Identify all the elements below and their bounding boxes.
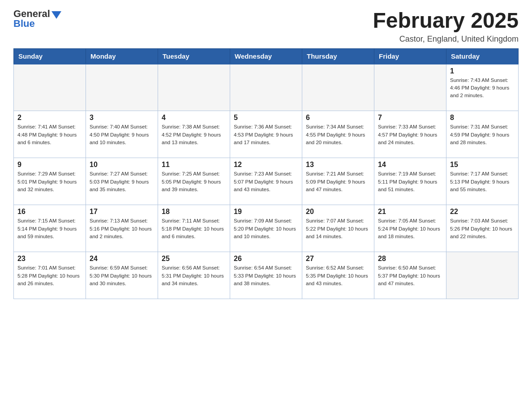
logo: General Blue (13, 9, 61, 29)
day-info: Sunrise: 7:36 AM Sunset: 4:53 PM Dayligh… (234, 123, 298, 146)
calendar-cell: 13Sunrise: 7:21 AM Sunset: 5:09 PM Dayli… (302, 158, 374, 205)
calendar-cell: 26Sunrise: 6:54 AM Sunset: 5:33 PM Dayli… (230, 252, 302, 299)
day-info: Sunrise: 7:09 AM Sunset: 5:20 PM Dayligh… (234, 217, 298, 240)
day-number: 19 (234, 208, 298, 216)
day-number: 27 (306, 255, 370, 263)
calendar-cell: 1Sunrise: 7:43 AM Sunset: 4:46 PM Daylig… (446, 64, 519, 111)
day-info: Sunrise: 6:56 AM Sunset: 5:31 PM Dayligh… (162, 264, 226, 287)
month-title: February 2025 (373, 9, 519, 33)
calendar-cell (14, 64, 86, 111)
day-info: Sunrise: 7:15 AM Sunset: 5:14 PM Dayligh… (17, 217, 82, 240)
day-number: 15 (450, 161, 515, 169)
day-info: Sunrise: 7:31 AM Sunset: 4:59 PM Dayligh… (450, 123, 515, 146)
day-number: 12 (234, 161, 298, 169)
day-info: Sunrise: 7:11 AM Sunset: 5:18 PM Dayligh… (162, 217, 226, 240)
day-number: 5 (234, 114, 298, 122)
calendar-cell: 24Sunrise: 6:59 AM Sunset: 5:30 PM Dayli… (86, 252, 158, 299)
day-number: 21 (378, 208, 442, 216)
calendar-cell: 16Sunrise: 7:15 AM Sunset: 5:14 PM Dayli… (14, 205, 86, 252)
day-number: 24 (90, 255, 154, 263)
day-number: 11 (162, 161, 226, 169)
calendar-week-3: 16Sunrise: 7:15 AM Sunset: 5:14 PM Dayli… (14, 205, 519, 252)
day-number: 4 (162, 114, 226, 122)
day-number: 26 (234, 255, 298, 263)
day-info: Sunrise: 6:59 AM Sunset: 5:30 PM Dayligh… (90, 264, 154, 287)
day-number: 17 (90, 208, 154, 216)
day-info: Sunrise: 7:17 AM Sunset: 5:13 PM Dayligh… (450, 170, 515, 193)
title-block: February 2025 Castor, England, United Ki… (373, 9, 519, 44)
day-info: Sunrise: 6:52 AM Sunset: 5:35 PM Dayligh… (306, 264, 370, 287)
day-info: Sunrise: 7:25 AM Sunset: 5:05 PM Dayligh… (162, 170, 226, 193)
day-info: Sunrise: 7:23 AM Sunset: 5:07 PM Dayligh… (234, 170, 298, 193)
calendar-header-row: SundayMondayTuesdayWednesdayThursdayFrid… (14, 48, 519, 64)
day-info: Sunrise: 7:07 AM Sunset: 5:22 PM Dayligh… (306, 217, 370, 240)
day-number: 28 (378, 255, 442, 263)
day-info: Sunrise: 7:33 AM Sunset: 4:57 PM Dayligh… (378, 123, 442, 146)
calendar-table: SundayMondayTuesdayWednesdayThursdayFrid… (13, 48, 519, 300)
day-info: Sunrise: 6:54 AM Sunset: 5:33 PM Dayligh… (234, 264, 298, 287)
calendar-cell (302, 64, 374, 111)
calendar-week-0: 1Sunrise: 7:43 AM Sunset: 4:46 PM Daylig… (14, 64, 519, 111)
day-number: 2 (17, 114, 82, 122)
calendar-cell (374, 64, 446, 111)
header-saturday: Saturday (446, 48, 519, 64)
calendar-cell: 7Sunrise: 7:33 AM Sunset: 4:57 PM Daylig… (374, 111, 446, 158)
header-tuesday: Tuesday (158, 48, 230, 64)
calendar-cell: 27Sunrise: 6:52 AM Sunset: 5:35 PM Dayli… (302, 252, 374, 299)
calendar-cell: 19Sunrise: 7:09 AM Sunset: 5:20 PM Dayli… (230, 205, 302, 252)
day-info: Sunrise: 7:27 AM Sunset: 5:03 PM Dayligh… (90, 170, 154, 193)
day-number: 18 (162, 208, 226, 216)
day-info: Sunrise: 7:05 AM Sunset: 5:24 PM Dayligh… (378, 217, 442, 240)
day-info: Sunrise: 7:01 AM Sunset: 5:28 PM Dayligh… (17, 264, 82, 287)
calendar-cell: 9Sunrise: 7:29 AM Sunset: 5:01 PM Daylig… (14, 158, 86, 205)
calendar-cell: 15Sunrise: 7:17 AM Sunset: 5:13 PM Dayli… (446, 158, 519, 205)
day-info: Sunrise: 7:38 AM Sunset: 4:52 PM Dayligh… (162, 123, 226, 146)
day-number: 10 (90, 161, 154, 169)
calendar-week-1: 2Sunrise: 7:41 AM Sunset: 4:48 PM Daylig… (14, 111, 519, 158)
calendar-cell: 2Sunrise: 7:41 AM Sunset: 4:48 PM Daylig… (14, 111, 86, 158)
calendar-cell: 11Sunrise: 7:25 AM Sunset: 5:05 PM Dayli… (158, 158, 230, 205)
logo-general-text: General (13, 9, 50, 19)
logo-triangle-icon (51, 11, 61, 19)
calendar-cell (446, 252, 519, 299)
day-info: Sunrise: 7:41 AM Sunset: 4:48 PM Dayligh… (17, 123, 82, 146)
day-info: Sunrise: 7:19 AM Sunset: 5:11 PM Dayligh… (378, 170, 442, 193)
page-header: General Blue February 2025 Castor, Engla… (13, 9, 519, 44)
calendar-cell: 14Sunrise: 7:19 AM Sunset: 5:11 PM Dayli… (374, 158, 446, 205)
calendar-cell (230, 64, 302, 111)
day-number: 8 (450, 114, 515, 122)
header-wednesday: Wednesday (230, 48, 302, 64)
day-number: 7 (378, 114, 442, 122)
calendar-cell: 8Sunrise: 7:31 AM Sunset: 4:59 PM Daylig… (446, 111, 519, 158)
header-thursday: Thursday (302, 48, 374, 64)
day-info: Sunrise: 7:13 AM Sunset: 5:16 PM Dayligh… (90, 217, 154, 240)
calendar-cell: 28Sunrise: 6:50 AM Sunset: 5:37 PM Dayli… (374, 252, 446, 299)
calendar-cell: 4Sunrise: 7:38 AM Sunset: 4:52 PM Daylig… (158, 111, 230, 158)
day-number: 20 (306, 208, 370, 216)
day-number: 25 (162, 255, 226, 263)
day-info: Sunrise: 6:50 AM Sunset: 5:37 PM Dayligh… (378, 264, 442, 287)
day-number: 6 (306, 114, 370, 122)
calendar-cell: 5Sunrise: 7:36 AM Sunset: 4:53 PM Daylig… (230, 111, 302, 158)
logo-blue-text: Blue (13, 19, 35, 29)
location: Castor, England, United Kingdom (373, 34, 519, 44)
day-info: Sunrise: 7:29 AM Sunset: 5:01 PM Dayligh… (17, 170, 82, 193)
day-number: 13 (306, 161, 370, 169)
calendar-cell: 3Sunrise: 7:40 AM Sunset: 4:50 PM Daylig… (86, 111, 158, 158)
day-number: 14 (378, 161, 442, 169)
calendar-cell: 12Sunrise: 7:23 AM Sunset: 5:07 PM Dayli… (230, 158, 302, 205)
calendar-week-2: 9Sunrise: 7:29 AM Sunset: 5:01 PM Daylig… (14, 158, 519, 205)
day-info: Sunrise: 7:34 AM Sunset: 4:55 PM Dayligh… (306, 123, 370, 146)
calendar-week-4: 23Sunrise: 7:01 AM Sunset: 5:28 PM Dayli… (14, 252, 519, 299)
day-info: Sunrise: 7:03 AM Sunset: 5:26 PM Dayligh… (450, 217, 515, 240)
day-number: 22 (450, 208, 515, 216)
calendar-cell: 22Sunrise: 7:03 AM Sunset: 5:26 PM Dayli… (446, 205, 519, 252)
calendar-cell (86, 64, 158, 111)
calendar-cell (158, 64, 230, 111)
calendar-cell: 21Sunrise: 7:05 AM Sunset: 5:24 PM Dayli… (374, 205, 446, 252)
header-monday: Monday (86, 48, 158, 64)
day-number: 1 (450, 67, 515, 75)
day-info: Sunrise: 7:43 AM Sunset: 4:46 PM Dayligh… (450, 77, 515, 100)
day-number: 9 (17, 161, 82, 169)
calendar-cell: 23Sunrise: 7:01 AM Sunset: 5:28 PM Dayli… (14, 252, 86, 299)
